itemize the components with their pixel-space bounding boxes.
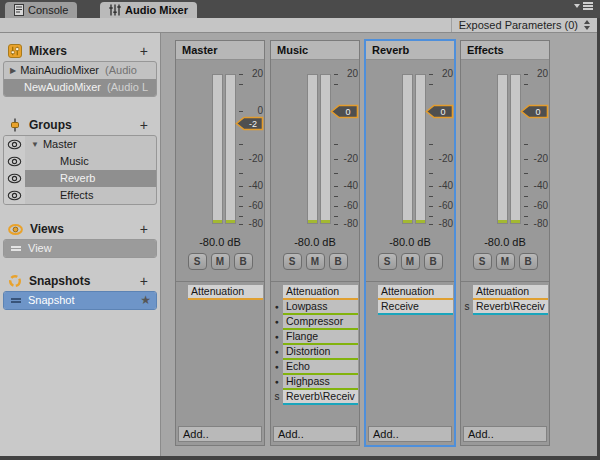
tab-audio-mixer[interactable]: Audio Mixer: [100, 2, 197, 18]
view-item[interactable]: View: [4, 240, 156, 257]
mute-button[interactable]: M: [401, 253, 420, 270]
effect-slot[interactable]: Attenuation: [188, 285, 263, 300]
mixer-item-newaudiomixer[interactable]: NewAudioMixer (Audio L: [4, 79, 156, 96]
effect-slot[interactable]: Reverb\Receiv: [283, 390, 358, 405]
visibility-toggle[interactable]: [4, 153, 25, 170]
wet-mix-bullet-icon[interactable]: ●: [271, 375, 283, 390]
sidebar: Mixers + ▶ MainAudioMixer (Audio NewAudi…: [0, 33, 161, 456]
effect-label: Attenuation: [283, 285, 358, 298]
db-readout: -80.0 dB: [176, 236, 264, 248]
db-scale-label: 20: [521, 68, 548, 80]
effect-slot[interactable]: Receive: [378, 300, 453, 315]
mute-button[interactable]: M: [306, 253, 325, 270]
send-prefix: s: [461, 300, 473, 315]
effect-label: Lowpass: [283, 300, 358, 313]
level-meter-left: [212, 74, 223, 224]
star-icon[interactable]: ★: [140, 292, 151, 309]
tab-console[interactable]: Console: [5, 2, 77, 18]
meter-level-fill: [226, 220, 235, 223]
solo-button[interactable]: S: [188, 253, 207, 270]
groups-list: ▼Master Music Reverb Effects: [3, 135, 157, 205]
solo-button[interactable]: S: [473, 253, 492, 270]
snapshot-item[interactable]: Snapshot ★: [4, 292, 156, 309]
effect-slot[interactable]: Flange: [283, 330, 358, 345]
add-effect-button[interactable]: Add..: [463, 426, 547, 442]
group-item-reverb[interactable]: Reverb: [4, 170, 156, 187]
mixer-item-label: MainAudioMixer: [20, 62, 99, 79]
volume-fader-handle[interactable]: 0: [425, 104, 454, 119]
visibility-toggle[interactable]: [4, 136, 25, 153]
foldout-right-icon[interactable]: ▶: [10, 62, 16, 79]
foldout-down-icon[interactable]: ▼: [31, 136, 39, 153]
snapshots-section-title: Snapshots: [29, 274, 129, 288]
add-effect-button[interactable]: Add..: [368, 426, 452, 442]
strip-header[interactable]: Reverb: [366, 41, 454, 60]
eye-icon: [7, 139, 22, 150]
snapshots-list: Snapshot ★: [3, 291, 157, 310]
mixer-toolbar: Exposed Parameters (0): [0, 18, 597, 33]
effect-slot[interactable]: Reverb\Receiv: [473, 300, 548, 315]
effects-separator: [176, 281, 264, 282]
bypass-button[interactable]: B: [424, 253, 443, 270]
tab-bar: Console Audio Mixer: [0, 0, 600, 18]
exposed-parameters-dropdown[interactable]: Exposed Parameters (0): [451, 18, 597, 32]
add-mixer-button[interactable]: +: [136, 44, 152, 58]
visibility-toggle[interactable]: [4, 187, 25, 204]
bypass-button[interactable]: B: [519, 253, 538, 270]
wet-mix-bullet-icon[interactable]: ●: [271, 360, 283, 375]
bypass-button[interactable]: B: [234, 253, 253, 270]
tab-console-label: Console: [28, 4, 68, 16]
strip-header[interactable]: Master: [176, 41, 264, 60]
effect-slot-send-reverb: s Reverb\Receiv: [461, 300, 548, 315]
solo-button[interactable]: S: [378, 253, 397, 270]
wet-mix-bullet-icon[interactable]: ●: [271, 345, 283, 360]
effect-prefix: [271, 285, 283, 300]
strip-header[interactable]: Music: [271, 41, 359, 60]
drag-grip-icon[interactable]: [11, 298, 21, 300]
add-snapshot-button[interactable]: +: [136, 274, 152, 288]
smb-buttons: S M B: [176, 253, 264, 270]
wet-mix-bullet-icon[interactable]: ●: [271, 315, 283, 330]
effect-slot[interactable]: Echo: [283, 360, 358, 375]
add-view-button[interactable]: +: [136, 222, 152, 236]
add-effect-button[interactable]: Add..: [273, 426, 357, 442]
strip-header[interactable]: Effects: [461, 41, 549, 60]
effect-slot[interactable]: Attenuation: [283, 285, 358, 300]
volume-fader-handle[interactable]: 0: [330, 104, 359, 119]
effect-slot[interactable]: Distortion: [283, 345, 358, 360]
eye-icon: [7, 173, 22, 184]
effect-slot[interactable]: Highpass: [283, 375, 358, 390]
wet-mix-bullet-icon[interactable]: ●: [271, 330, 283, 345]
visibility-toggle[interactable]: [4, 170, 25, 187]
effect-slot[interactable]: Compressor: [283, 315, 358, 330]
volume-fader-handle[interactable]: -2: [235, 116, 264, 131]
add-group-button[interactable]: +: [136, 118, 152, 132]
mixer-item-mainaudiomixer[interactable]: ▶ MainAudioMixer (Audio: [4, 62, 156, 79]
mute-button[interactable]: M: [496, 253, 515, 270]
bypass-button[interactable]: B: [329, 253, 348, 270]
fader-value: 0: [440, 107, 445, 117]
fader-value: 0: [345, 107, 350, 117]
add-effect-button[interactable]: Add..: [178, 426, 262, 442]
effect-slot[interactable]: Attenuation: [473, 285, 548, 300]
volume-fader-handle[interactable]: 0: [520, 104, 549, 119]
db-scale-label: -20: [236, 153, 263, 165]
meter-level-fill: [308, 220, 317, 223]
effect-slot[interactable]: Attenuation: [378, 285, 453, 300]
tab-audio-mixer-label: Audio Mixer: [125, 4, 188, 16]
effect-slot[interactable]: Lowpass: [283, 300, 358, 315]
pane-menu-icon[interactable]: [574, 4, 593, 8]
group-item-music[interactable]: Music: [4, 153, 156, 170]
group-item-label: Effects: [60, 187, 93, 204]
mixers-section-title: Mixers: [29, 44, 129, 58]
level-meter-right: [320, 74, 331, 224]
db-scale-label: -60: [236, 200, 263, 212]
solo-button[interactable]: S: [283, 253, 302, 270]
wet-mix-bullet-icon[interactable]: ●: [271, 300, 283, 315]
mute-button[interactable]: M: [211, 253, 230, 270]
effects-separator: [271, 281, 359, 282]
group-item-effects[interactable]: Effects: [4, 187, 156, 204]
group-item-master[interactable]: ▼Master: [4, 136, 156, 153]
effect-slot-flange: ● Flange: [271, 330, 358, 345]
drag-grip-icon[interactable]: [11, 246, 21, 248]
